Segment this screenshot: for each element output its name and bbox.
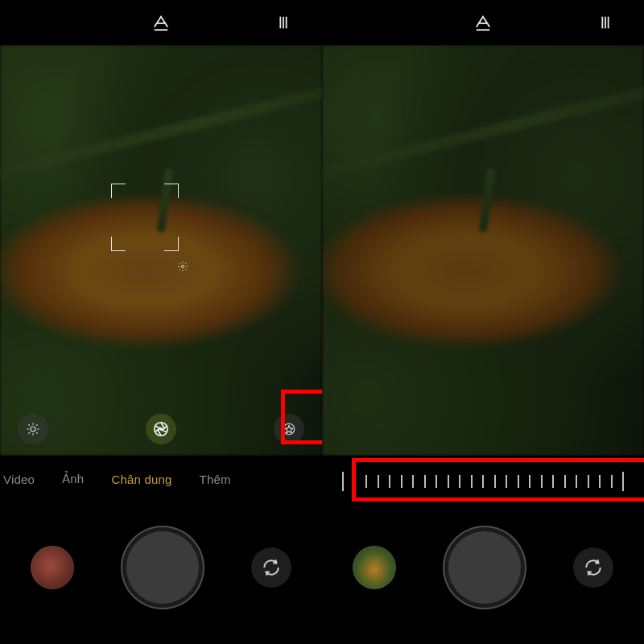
aperture-slider[interactable]	[342, 468, 624, 495]
svg-line-20	[28, 432, 30, 434]
gallery-thumbnail[interactable]	[353, 546, 396, 589]
mode-photo[interactable]: Ảnh	[62, 472, 84, 486]
ai-toggle-icon[interactable]	[145, 14, 177, 31]
filter-star-icon[interactable]	[274, 414, 304, 444]
focus-indicator	[111, 184, 179, 251]
top-toolbar	[0, 0, 322, 45]
shutter-button[interactable]	[126, 531, 199, 604]
svg-line-19	[36, 432, 38, 434]
camera-flip-icon[interactable]	[573, 547, 613, 588]
preview-image	[322, 45, 644, 456]
svg-line-10	[185, 269, 186, 270]
mode-portrait[interactable]: Chân dung	[111, 473, 171, 486]
camera-flip-icon[interactable]	[251, 547, 291, 588]
mode-more[interactable]: Thêm	[200, 473, 231, 486]
slider-cursor[interactable]	[353, 470, 356, 493]
camera-screen-left: Video Ảnh Chân dung Thêm	[0, 0, 322, 644]
svg-line-11	[180, 269, 180, 270]
bottom-controls	[0, 507, 322, 628]
shutter-button[interactable]	[448, 531, 521, 604]
ai-toggle-icon[interactable]	[467, 14, 499, 31]
top-toolbar	[322, 0, 644, 45]
viewfinder[interactable]	[0, 45, 322, 456]
slider-ticks	[342, 472, 624, 491]
menu-lines-icon[interactable]	[267, 14, 299, 31]
svg-point-13	[31, 427, 35, 431]
svg-line-21	[36, 424, 38, 426]
mode-selector[interactable]: Video Ảnh Chân dung Thêm	[0, 463, 322, 495]
quick-action-row	[0, 414, 322, 444]
menu-lines-icon[interactable]	[589, 14, 621, 31]
viewfinder[interactable]	[322, 45, 644, 456]
svg-line-9	[180, 263, 180, 264]
gallery-thumbnail[interactable]	[31, 546, 74, 589]
svg-point-4	[181, 265, 184, 268]
svg-line-12	[185, 263, 186, 264]
camera-screen-right	[322, 0, 644, 644]
bottom-controls	[322, 507, 644, 628]
brightness-icon[interactable]	[18, 414, 48, 444]
svg-line-18	[28, 424, 30, 426]
exposure-sun-icon[interactable]	[177, 261, 187, 270]
aperture-slider-row	[322, 463, 644, 500]
mode-video[interactable]: Video	[3, 473, 35, 486]
aperture-icon[interactable]	[146, 414, 176, 444]
